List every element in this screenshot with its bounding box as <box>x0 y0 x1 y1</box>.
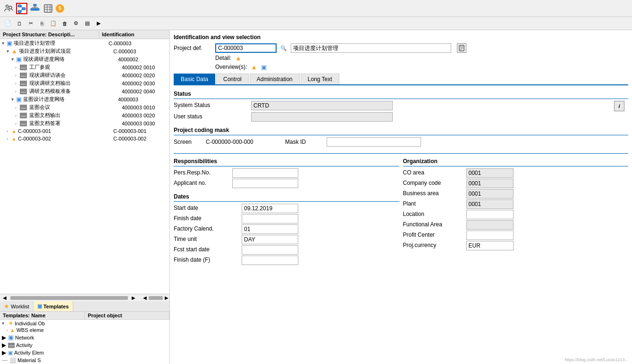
location-label: Location <box>403 210 464 219</box>
table-icon[interactable] <box>42 3 54 14</box>
project-overview-icon[interactable] <box>3 3 14 14</box>
project-def-input[interactable] <box>215 43 277 53</box>
list-item[interactable]: · — 蓝图文档签署 4000003 0030 <box>0 119 169 127</box>
tab-control[interactable]: Control <box>216 74 249 84</box>
trash-icon[interactable]: 🗑 <box>59 18 70 29</box>
tree-item-c002[interactable]: · ▲ C-000003-002 C-000003-002 <box>0 135 169 142</box>
expand-icon[interactable]: ▾ <box>7 49 11 54</box>
business-area-input[interactable] <box>466 189 514 199</box>
tree-item-net1[interactable]: ▾ ▣ 现状调研进度网络 4000002 <box>0 55 169 63</box>
expand-icon[interactable]: ▾ <box>2 321 7 326</box>
expand-icon[interactable]: ▾ <box>2 41 7 46</box>
finish-date-input[interactable] <box>242 214 298 223</box>
list-item[interactable]: · — 蓝图文档输出 4000003 0020 <box>0 111 169 119</box>
doc-icon-btn[interactable] <box>457 43 466 53</box>
tree-item-root[interactable]: ▾ ▣ 项目进度计划管理 C-000003 <box>0 39 169 47</box>
tree-scrollbar[interactable]: ◀ ▶ ◀ ▶ <box>0 294 169 301</box>
search-icon[interactable]: 🔍 <box>280 45 287 51</box>
mask-id-input[interactable] <box>327 137 421 147</box>
more-icon[interactable]: ▶ <box>93 18 104 29</box>
list-item[interactable]: · — 工厂参观 4000002 0010 <box>0 63 169 71</box>
pers-resp-label: Pers.Resp.No. <box>174 168 230 178</box>
tree-item-id: 4000002 <box>115 57 138 62</box>
company-code-input[interactable] <box>466 179 514 188</box>
main-toolbar: 5 <box>0 0 632 17</box>
tree-label: — 蓝图文档签署 <box>20 120 119 127</box>
expand-icon[interactable]: ▶ <box>2 349 6 356</box>
list-item[interactable]: · — 现状调研访谈会 4000002 0020 <box>0 71 169 79</box>
pers-resp-input[interactable] <box>232 168 298 178</box>
finish-date-f-input[interactable] <box>242 256 298 265</box>
plant-input[interactable] <box>466 199 514 209</box>
copy-icon[interactable]: ⎘ <box>37 18 47 29</box>
tab-long-text[interactable]: Long Text <box>301 74 339 84</box>
list-item[interactable]: · — 调研文档模板准备 4000002 0040 <box>0 87 169 95</box>
new-doc-icon[interactable]: 📄 <box>3 18 13 29</box>
list-item[interactable]: ▾ ★ Individual Ob <box>0 320 169 327</box>
list-item[interactable]: · — 现状调研文档输出 4000002 0030 <box>0 79 169 87</box>
filter-icon[interactable]: ▤ <box>82 18 93 29</box>
tab-basic-data[interactable]: Basic Data <box>174 74 215 84</box>
tree-item-label: 现状调研访谈会 <box>29 72 66 79</box>
responsibilities-title: Responsibilities <box>174 157 399 166</box>
overview-triangle-icon[interactable]: ▲ <box>251 63 257 71</box>
list-item[interactable]: — ⬜ Material S <box>0 356 169 364</box>
expand-icon[interactable]: ▶ <box>2 342 6 348</box>
tree-label: — 工厂参观 <box>20 64 119 71</box>
time-unit-input[interactable] <box>242 235 298 244</box>
id-section-title: Identification and view selection <box>174 34 628 41</box>
proj-currency-input[interactable] <box>466 241 514 250</box>
wbs-icon: ▲ <box>10 327 15 333</box>
co-area-input[interactable] <box>466 168 514 178</box>
scroll-right-btn[interactable]: ▶ <box>130 295 137 300</box>
fcst-start-input[interactable] <box>242 245 298 255</box>
structure-plan-icon[interactable] <box>16 3 27 14</box>
svg-rect-8 <box>34 4 36 6</box>
expand-icon[interactable]: ▶ <box>2 334 6 341</box>
templates-tab-label: Templates <box>43 304 69 309</box>
page-icon[interactable]: 🗋 <box>14 18 25 29</box>
tab-templates[interactable]: ▣ Templates <box>34 301 73 311</box>
overview-network-icon[interactable]: ▣ <box>261 64 267 71</box>
project-name-input[interactable] <box>291 43 451 53</box>
settings-icon[interactable]: ⚙ <box>71 18 81 29</box>
factory-calend-input[interactable] <box>242 224 298 234</box>
profit-center-input[interactable] <box>466 231 514 240</box>
scrollbar-thumb[interactable] <box>10 296 128 300</box>
list-item[interactable]: ▶ — Activity <box>0 341 169 349</box>
list-item[interactable]: ▶ ▣ Network <box>0 333 169 341</box>
scissors-icon[interactable]: ✂ <box>25 18 36 29</box>
expand-icon[interactable]: ▾ <box>11 57 16 62</box>
tree-item-label: 工厂参观 <box>29 64 50 71</box>
detail-triangle-icon[interactable]: ▲ <box>235 54 242 62</box>
system-status-input[interactable] <box>251 101 393 110</box>
applicant-input[interactable] <box>232 179 298 188</box>
plant-label: Plant <box>403 199 464 209</box>
paste-icon[interactable]: 📋 <box>48 18 59 29</box>
expand-icon[interactable]: ▾ <box>11 97 16 102</box>
info-button[interactable]: i <box>614 101 624 111</box>
tree-label: ▲ 项目进度计划测试顶层 <box>11 48 110 55</box>
hierarchy-icon[interactable] <box>29 3 41 14</box>
network-icon: ▣ <box>16 96 22 103</box>
tabs-bar: Basic Data Control Administration Long T… <box>174 74 628 85</box>
svg-line-6 <box>21 6 22 8</box>
tree-label: ▣ 项目进度计划管理 <box>7 40 106 47</box>
functional-area-input[interactable] <box>466 220 514 230</box>
tab-worklist[interactable]: ★ Worklist <box>0 301 34 311</box>
location-input[interactable] <box>466 210 514 219</box>
tree-item-net2[interactable]: ▾ ▣ 蓝图设计进度网络 4000003 <box>0 95 169 103</box>
user-status-input[interactable] <box>251 112 393 122</box>
scrollbar-thumb2[interactable] <box>149 296 163 300</box>
start-date-input[interactable] <box>242 204 298 213</box>
project-tree[interactable]: ▾ ▣ 项目进度计划管理 C-000003 ▾ ▲ 项目进度计划测试顶层 C- <box>0 39 169 294</box>
tree-label: — 调研文档模板准备 <box>20 88 119 95</box>
bottom-header-obj: Project object <box>85 312 169 319</box>
scroll-left-btn[interactable]: ◀ <box>1 295 8 300</box>
list-item[interactable]: · — 蓝图会议 4000003 0010 <box>0 103 169 111</box>
tree-item-l1[interactable]: ▾ ▲ 项目进度计划测试顶层 C-000003 <box>0 47 169 55</box>
tab-administration[interactable]: Administration <box>250 74 300 84</box>
list-item[interactable]: · ▲ WBS eleme <box>0 327 169 333</box>
tree-item-c001[interactable]: · ▲ C-000003-001 C-000003-001 <box>0 127 169 135</box>
list-item[interactable]: ▶ ▣ Activity Elem <box>0 349 169 356</box>
